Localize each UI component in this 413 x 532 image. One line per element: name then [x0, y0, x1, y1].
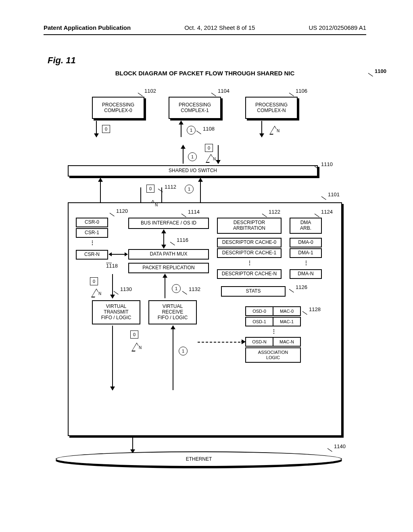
tag-switch-1: 1	[188, 152, 197, 161]
csr-dots: ⋮	[90, 240, 95, 245]
dc-dots: ⋮	[247, 260, 252, 266]
packet-replication: PACKET REPLICATION	[128, 263, 209, 273]
tag-pcn-n: N	[269, 126, 280, 135]
ref-1112: 1112	[165, 184, 176, 190]
csr-mux-link	[109, 254, 127, 255]
csr-0: CSR-0	[76, 218, 108, 227]
osd-n: OSD-N	[245, 337, 273, 347]
shared-io-switch: SHARED I/O SWITCH	[68, 165, 318, 177]
csr-1: CSR-1	[76, 228, 108, 238]
ref-1104: 1104	[218, 88, 229, 94]
tag-eth-n: N	[131, 343, 142, 351]
virtual-transmit: VIRTUAL TRANSMIT FIFO / LOGIC	[92, 300, 140, 324]
ref-1140: 1140	[334, 443, 346, 449]
tag-eth-1: 1	[179, 347, 188, 355]
descriptor-cache-0: DESCRIPTOR CACHE-0	[217, 238, 282, 247]
ref-1130: 1130	[120, 286, 132, 292]
ref-1106: 1106	[296, 88, 307, 94]
ref-1118: 1118	[106, 263, 118, 269]
ref-1108: 1108	[203, 126, 215, 132]
dashed-link	[198, 342, 244, 343]
arrow-to-eth	[132, 437, 133, 453]
osd-1: OSD-1	[245, 317, 273, 326]
ref-1132: 1132	[189, 286, 200, 292]
dma-1: DMA-1	[290, 248, 322, 258]
arrow-vtx-down	[112, 274, 113, 298]
tag-pc1-1: 1	[187, 126, 196, 135]
diagram-title: BLOCK DIAGRAM OF PACKET FLOW THROUGH SHA…	[44, 70, 366, 77]
header-left: Patent Application Publication	[44, 24, 131, 31]
tag-switch-0: 0	[205, 144, 213, 152]
tag-vrx-1: 1	[172, 284, 181, 293]
ref-1114: 1114	[188, 209, 200, 215]
dma-n: DMA-N	[290, 269, 322, 279]
descriptor-cache-n: DESCRIPTOR CACHE-N	[217, 269, 282, 279]
tag-switch-n: N	[206, 154, 216, 163]
tag-eth-0: 0	[130, 330, 138, 339]
mac-0: MAC-0	[273, 306, 301, 316]
ref-1116: 1116	[177, 237, 188, 243]
arrow-nic-up-left	[100, 178, 101, 202]
ref-1101: 1101	[328, 191, 340, 197]
ref-1128: 1128	[309, 306, 321, 312]
virtual-receive: VIRTUAL RECEIVE FIFO / LOGIC	[148, 300, 197, 324]
arrow-pcn-down	[261, 121, 262, 137]
descriptor-cache-1: DESCRIPTOR CACHE-1	[217, 248, 282, 258]
processing-complex-n: PROCESSING COMPLEX-N	[245, 97, 298, 119]
arrow-switch-down	[218, 145, 219, 164]
diagram-canvas: PROCESSING COMPLEX-0 PROCESSING COMPLEX-…	[44, 81, 366, 484]
ethernet: ETHERNET	[56, 451, 342, 467]
tag-1112-0: 0	[146, 185, 154, 193]
association-logic: ASSOCIATION LOGIC	[245, 347, 301, 363]
csr-n: CSR-N	[76, 250, 108, 260]
tag-pc0-0: 0	[102, 125, 110, 133]
header-center: Oct. 4, 2012 Sheet 8 of 15	[184, 24, 255, 31]
dma-dots: ⋮	[304, 260, 309, 266]
header-right: US 2012/0250689 A1	[309, 24, 366, 31]
ref-1110: 1110	[321, 161, 333, 167]
ref-1120: 1120	[116, 208, 128, 214]
arrow-vrx-up	[165, 274, 165, 298]
processing-complex-0: PROCESSING COMPLEX-0	[92, 97, 144, 119]
arrow-switch-up	[183, 145, 184, 164]
dma-arb: DMA ARB.	[290, 218, 322, 234]
dma-0: DMA-0	[290, 238, 322, 247]
figure-label: Fig. 11	[48, 55, 366, 66]
tag-1112-1: 1	[185, 185, 194, 193]
osd-0: OSD-0	[245, 306, 273, 316]
ref-1100: 1100	[375, 68, 386, 74]
arrow-pc1-up	[181, 121, 181, 137]
tag-vtx-n: N	[91, 289, 102, 297]
processing-complex-1: PROCESSING COMPLEX-1	[169, 97, 221, 119]
data-path-mux: DATA PATH MUX	[128, 249, 209, 260]
arrow-eth-up	[173, 326, 173, 390]
bus-interface: BUS INTERFACE / OS ID	[128, 218, 209, 229]
arrow-nic-up-right	[200, 178, 201, 202]
arrow-eth-down	[112, 326, 113, 390]
ref-1102: 1102	[144, 88, 156, 94]
mac-n: MAC-N	[273, 337, 301, 347]
tag-vtx-0: 0	[90, 277, 98, 285]
stats: STATS	[221, 286, 286, 297]
mac-1: MAC-1	[273, 317, 301, 326]
ref-1124: 1124	[321, 209, 333, 215]
ref-1122: 1122	[269, 209, 280, 215]
descriptor-arbitration: DESCRIPTOR ARBITRATION	[217, 218, 282, 234]
arrow-pc0-down	[96, 121, 97, 137]
ref-1126: 1126	[296, 284, 307, 290]
page-header: Patent Application Publication Oct. 4, 2…	[44, 24, 366, 35]
osdmac-dots: ⋮	[271, 328, 276, 334]
